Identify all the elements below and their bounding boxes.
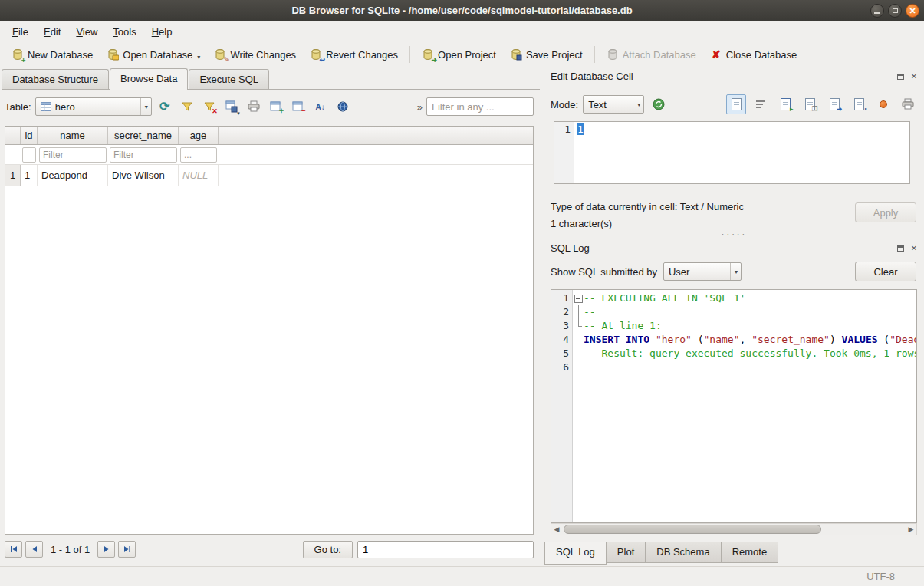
menu-help[interactable]: Help bbox=[144, 23, 180, 41]
delete-record-icon[interactable]: － bbox=[289, 97, 307, 116]
scroll-left-icon[interactable]: ◀ bbox=[551, 525, 562, 533]
close-panel-icon[interactable]: ✕ bbox=[909, 243, 919, 254]
column-header-secret-name[interactable]: secret_name bbox=[108, 127, 179, 144]
export-data-icon[interactable]: ➜ bbox=[824, 94, 844, 114]
filter-input-id[interactable] bbox=[22, 147, 36, 163]
refresh-icon[interactable]: ⟳ bbox=[156, 97, 174, 116]
tab-database-structure[interactable]: Database Structure bbox=[2, 69, 109, 89]
menu-edit[interactable]: Edit bbox=[36, 23, 68, 41]
export-table-icon[interactable]: ▾ bbox=[222, 97, 241, 116]
status-bar: UTF-8 bbox=[0, 566, 924, 586]
sql-log-line: 1-- EXECUTING ALL IN 'SQL 1' bbox=[551, 291, 916, 305]
filter-input-name[interactable] bbox=[39, 147, 107, 163]
maximize-button[interactable] bbox=[888, 4, 902, 18]
print-cell-icon[interactable] bbox=[898, 94, 918, 114]
sort-asc-icon[interactable]: A↓ bbox=[311, 97, 330, 116]
right-pane: Edit Database Cell ✕ Mode: Text ▾ bbox=[544, 67, 924, 566]
new-database-button[interactable]: ＋ New Database bbox=[5, 44, 100, 64]
filter-input-secret-name[interactable] bbox=[110, 147, 177, 163]
revert-changes-icon: ↩ bbox=[310, 48, 322, 61]
code-text: INSERT INTO "hero" ("name", "secret_name… bbox=[584, 333, 916, 347]
text-view-icon[interactable] bbox=[726, 94, 746, 114]
tab-browse-data[interactable]: Browse Data bbox=[110, 68, 188, 90]
insert-record-icon[interactable]: ＋ bbox=[267, 97, 285, 116]
revert-changes-button[interactable]: ↩ Revert Changes bbox=[303, 44, 405, 64]
cell-value: 1 bbox=[577, 123, 584, 135]
float-panel-icon[interactable] bbox=[895, 71, 906, 82]
clear-log-button[interactable]: Clear bbox=[855, 262, 916, 281]
next-record-button[interactable] bbox=[97, 541, 115, 558]
menu-file[interactable]: File bbox=[5, 23, 36, 41]
menu-view[interactable]: View bbox=[68, 23, 105, 41]
open-project-icon: ➜ bbox=[422, 48, 434, 61]
row-number-header bbox=[5, 127, 21, 144]
cell-age[interactable]: NULL bbox=[179, 165, 219, 186]
toolbar-overflow-icon[interactable]: » bbox=[417, 101, 423, 113]
column-header-name[interactable]: name bbox=[38, 127, 108, 144]
previous-record-button[interactable] bbox=[25, 541, 43, 558]
scroll-right-icon[interactable]: ▶ bbox=[906, 525, 916, 533]
panel-splitter[interactable]: ····· bbox=[544, 230, 924, 238]
horizontal-scrollbar[interactable]: ◀ ▶ bbox=[551, 523, 917, 535]
minimize-button[interactable] bbox=[870, 4, 884, 18]
line-number: 2 bbox=[551, 305, 573, 319]
last-record-button[interactable] bbox=[118, 541, 136, 558]
data-grid[interactable]: id name secret_name age 11DeadpondDive W… bbox=[5, 126, 534, 535]
submitted-by-select[interactable]: User ▾ bbox=[663, 262, 742, 281]
toolbar-separator bbox=[409, 46, 410, 63]
save-project-icon bbox=[510, 48, 522, 61]
fold-toggle-icon[interactable] bbox=[573, 291, 584, 305]
word-wrap-icon[interactable] bbox=[751, 94, 771, 114]
cell-id[interactable]: 1 bbox=[21, 165, 38, 186]
attach-database-button[interactable]: Attach Database bbox=[600, 44, 703, 64]
clear-filters-icon[interactable]: ✕ bbox=[200, 97, 219, 116]
save-filter-icon[interactable] bbox=[178, 97, 196, 116]
cell-name[interactable]: Deadpond bbox=[38, 165, 108, 186]
copy-data-icon[interactable]: ❐ bbox=[800, 94, 820, 114]
filter-input-age[interactable] bbox=[180, 147, 217, 163]
sql-log-line: 4INSERT INTO "hero" ("name", "secret_nam… bbox=[551, 333, 916, 347]
tab-execute-sql[interactable]: Execute SQL bbox=[189, 69, 269, 89]
line-number: 1 bbox=[551, 291, 573, 305]
dock-tab-plot[interactable]: Plot bbox=[607, 542, 646, 563]
close-button[interactable]: ✕ bbox=[906, 4, 919, 18]
sql-log-line: 2-- bbox=[551, 305, 916, 319]
sql-log-title: SQL Log bbox=[551, 242, 590, 254]
mode-select[interactable]: Text ▾ bbox=[583, 95, 644, 114]
close-database-button[interactable]: ✘ Close Database bbox=[703, 44, 804, 64]
import-text-icon[interactable]: ▸ bbox=[775, 94, 795, 114]
apply-button[interactable]: Apply bbox=[855, 202, 916, 222]
close-panel-icon[interactable]: ✕ bbox=[909, 71, 919, 82]
scrollbar-handle[interactable] bbox=[564, 525, 821, 534]
dock-tab-db-schema[interactable]: DB Schema bbox=[646, 542, 721, 563]
write-changes-button[interactable]: ✎ Write Changes bbox=[207, 44, 303, 64]
dock-tab-remote[interactable]: Remote bbox=[722, 542, 779, 563]
set-null-icon[interactable] bbox=[873, 94, 893, 114]
cell-value-editor[interactable]: 1 1 bbox=[554, 121, 910, 184]
records-bar: 1 - 1 of 1 Go to: bbox=[5, 539, 534, 559]
sql-log-editor[interactable]: 1-- EXECUTING ALL IN 'SQL 1'2--3-- At li… bbox=[551, 289, 917, 523]
column-header-id[interactable]: id bbox=[21, 127, 38, 144]
float-panel-icon[interactable] bbox=[895, 243, 906, 254]
save-project-button[interactable]: Save Project bbox=[503, 44, 590, 64]
open-project-button[interactable]: ➜ Open Project bbox=[415, 44, 503, 64]
save-data-icon[interactable]: ▪ bbox=[849, 94, 869, 114]
dock-tab-sql-log[interactable]: SQL Log bbox=[544, 542, 607, 565]
auto-switch-mode-icon[interactable] bbox=[649, 94, 669, 114]
table-select[interactable]: hero ▾ bbox=[35, 97, 152, 116]
goto-button[interactable]: Go to: bbox=[303, 541, 353, 558]
first-record-button[interactable] bbox=[5, 541, 22, 558]
filter-any-input[interactable] bbox=[426, 97, 534, 116]
cell-secret-name[interactable]: Dive Wilson bbox=[108, 165, 179, 186]
table-select-value: hero bbox=[55, 101, 134, 113]
open-database-button[interactable]: Open Database ▾ bbox=[100, 44, 207, 64]
column-header-age[interactable]: age bbox=[179, 127, 219, 144]
left-pane: Database Structure Browse Data Execute S… bbox=[0, 67, 541, 566]
sort-desc-icon[interactable] bbox=[334, 97, 352, 116]
menu-tools[interactable]: Tools bbox=[105, 23, 143, 41]
row-header[interactable]: 1 bbox=[5, 165, 21, 186]
print-table-icon[interactable] bbox=[245, 97, 263, 116]
open-database-dropdown-icon[interactable]: ▾ bbox=[197, 54, 200, 61]
table-row[interactable]: 11DeadpondDive WilsonNULL bbox=[5, 165, 533, 186]
goto-input[interactable] bbox=[357, 541, 534, 558]
